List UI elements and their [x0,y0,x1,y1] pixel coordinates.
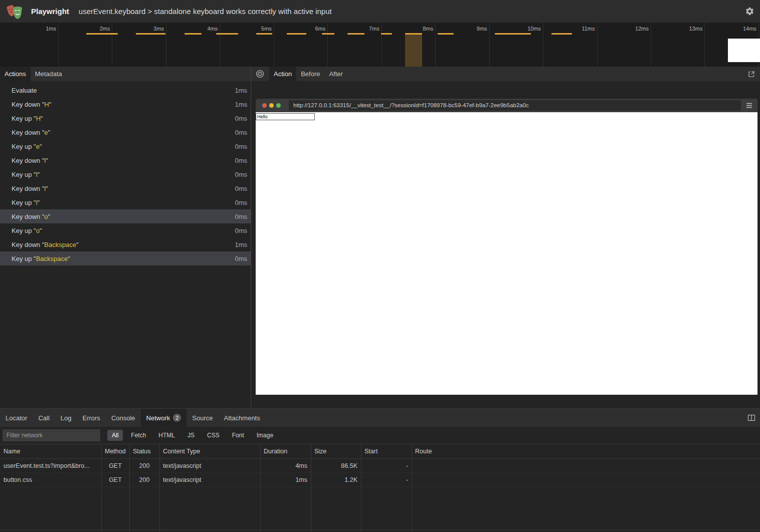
action-key-value: e [36,143,40,150]
timeline-action-bar[interactable] [347,33,364,35]
timeline-film-thumbnail[interactable] [728,39,760,62]
cell: 86.5K [311,462,361,469]
column-header-method: Method [101,448,129,455]
traffic-light-yellow-icon [269,103,274,108]
timeline-action-bar[interactable] [381,33,392,35]
action-row[interactable]: Key up "Backspace"0ms [0,251,251,265]
timeline-action-bar[interactable] [184,33,202,35]
timeline-action-bar[interactable] [322,33,334,35]
tab-call[interactable]: Call [33,409,55,427]
action-row[interactable]: Key down "e"0ms [0,125,251,139]
timeline-action-bar[interactable] [287,33,306,35]
timeline[interactable]: 1ms2ms3ms4ms5ms6ms7ms8ms9ms10ms11ms12ms1… [0,23,760,67]
column-header-size: Size [311,448,361,455]
settings-gear-icon[interactable] [745,7,754,16]
tab-log[interactable]: Log [55,409,77,427]
filter-chip-image[interactable]: Image [252,430,278,441]
tab-console[interactable]: Console [106,409,141,427]
timeline-action-bar[interactable] [495,33,531,35]
tab-source[interactable]: Source [186,409,218,427]
column-header-start: Start [361,448,412,455]
timeline-tick-label: 7ms [357,26,379,32]
snapshot-panel: ActionBeforeAfter http://127.0.0.1:63315… [251,67,760,408]
filter-chip-all[interactable]: All [107,430,123,441]
cell: 1ms [260,476,311,483]
action-row[interactable]: Key up "l"0ms [0,167,251,181]
timeline-action-bar[interactable] [136,33,165,35]
timeline-tick-label: 10ms [519,26,541,32]
action-key-value: e [44,129,48,136]
filter-chip-js[interactable]: JS [183,430,199,441]
timeline-action-bar[interactable] [438,33,454,35]
snapshot-tabbar: ActionBeforeAfter [251,67,760,81]
tab-errors[interactable]: Errors [77,409,105,427]
tab-locator[interactable]: Locator [0,409,33,427]
bottom-panel: LocatorCallLogErrorsConsoleNetwork2Sourc… [0,408,760,532]
action-title: Evaluate [12,87,37,94]
text-input[interactable] [256,113,315,120]
timeline-action-bar[interactable] [86,33,118,35]
cell: - [361,476,412,483]
traffic-light-red-icon [262,103,267,108]
pick-locator-icon[interactable] [256,70,264,78]
action-row[interactable]: Key down "H"1ms [0,97,251,111]
column-header-route: Route [412,448,760,455]
action-row[interactable]: Key up "l"0ms [0,195,251,209]
tab-action[interactable]: Action [269,67,296,81]
filter-chip-fetch[interactable]: Fetch [126,430,150,441]
filter-network-input[interactable] [3,429,100,441]
action-row[interactable]: Key down "l"0ms [0,153,251,167]
tab-network[interactable]: Network2 [141,409,187,427]
actions-tabbar: ActionsMetadata [0,67,251,81]
tab-metadata[interactable]: Metadata [31,67,67,81]
action-row[interactable]: Key down "l"0ms [0,181,251,195]
action-key-value: Backspace [44,241,76,248]
cell: GET [101,476,129,483]
snapshot-page[interactable] [256,112,757,395]
column-separator [129,444,130,532]
playwright-logo-icon [7,4,25,20]
action-row[interactable]: Key up "H"0ms [0,111,251,125]
network-table: NameMethodStatusContent TypeDurationSize… [0,444,760,532]
action-row[interactable]: Key down "Backspace"1ms [0,237,251,251]
column-header-status: Status [129,448,159,455]
timeline-tick-label: 4ms [196,26,218,32]
column-header-name: Name [0,448,101,455]
tab-attachments[interactable]: Attachments [218,409,265,427]
split-columns-icon[interactable] [747,414,755,422]
tab-before[interactable]: Before [296,67,324,81]
network-filter-chips: AllFetchHTMLJSCSSFontImage [107,430,281,441]
open-external-icon[interactable] [747,70,755,78]
action-row[interactable]: Evaluate1ms [0,83,251,97]
menu-hamburger-icon[interactable] [745,102,753,109]
timeline-tick-label: 9ms [465,26,487,32]
timeline-tick-label: 8ms [411,26,433,32]
action-row[interactable]: Key up "o"0ms [0,223,251,237]
action-row[interactable]: Key up "e"0ms [0,139,251,153]
tab-actions[interactable]: Actions [0,67,31,81]
column-separator [260,444,261,532]
traffic-light-green-icon [276,103,281,108]
action-row[interactable]: Key down "o"0ms [0,209,251,223]
timeline-action-bar[interactable] [551,33,572,35]
timeline-action-bar[interactable] [216,33,238,35]
filter-chip-css[interactable]: CSS [203,430,224,441]
bottom-tabbar: LocatorCallLogErrorsConsoleNetwork2Sourc… [0,409,760,427]
tab-after[interactable]: After [324,67,347,81]
action-title: Key up "o" [12,227,42,234]
table-row[interactable]: button.cssGET200text/javascript1ms1.2K- [0,473,760,487]
action-key-value: l [36,199,38,206]
action-list: Evaluate1msKey down "H"1msKey up "H"0msK… [0,81,251,265]
action-title: Key up "Backspace" [12,255,70,262]
table-bottom-edge [0,529,760,530]
timeline-action-bar[interactable] [256,33,272,35]
filter-chip-html[interactable]: HTML [154,430,179,441]
action-key-value: Backspace [36,255,68,262]
action-title: Key up "l" [12,171,40,178]
action-duration: 0ms [235,115,247,122]
url-bar[interactable]: http://127.0.0.1:63315/__vitest_test__/?… [289,100,741,111]
filter-chip-font[interactable]: Font [228,430,249,441]
column-separator [159,444,160,532]
timeline-action-bar-selected[interactable] [405,33,422,35]
table-row[interactable]: userEvent.test.ts?import&bro...GET200tex… [0,459,760,473]
